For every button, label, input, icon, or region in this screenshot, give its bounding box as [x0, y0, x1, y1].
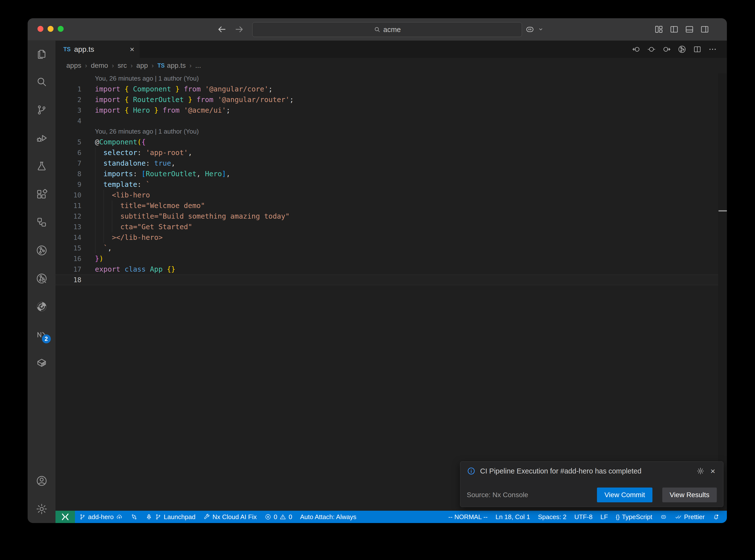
breadcrumb-item-app[interactable]: app: [136, 62, 148, 69]
line-number: 4: [56, 116, 81, 126]
copilot-icon: [660, 514, 667, 520]
cursor-position-item[interactable]: Ln 18, Col 1: [492, 511, 534, 523]
layout-panel-icon[interactable]: [684, 24, 694, 34]
title-bar: acme: [27, 18, 727, 41]
git-blame-annotation: You, 26 minutes ago | 1 author (You): [81, 73, 199, 84]
gitlens-inspect-icon[interactable]: [36, 272, 48, 285]
remote-icon: [56, 511, 75, 523]
scrollbar[interactable]: [718, 73, 727, 511]
vim-mode-item[interactable]: -- NORMAL --: [444, 511, 492, 523]
gitlens-icon[interactable]: [36, 244, 48, 257]
status-bar: add-heroLaunchpadNx Cloud AI Fix00Auto A…: [56, 511, 727, 523]
line-number: [56, 126, 81, 137]
graph-circle-icon[interactable]: [678, 45, 687, 54]
code-row: 18: [56, 275, 718, 285]
history-back-button[interactable]: [217, 24, 227, 35]
git-branch-icon: [79, 514, 86, 520]
indentation-item[interactable]: Spaces: 2: [534, 511, 571, 523]
circle-forward-icon[interactable]: [662, 45, 671, 54]
code-line: @Component({: [81, 137, 146, 147]
breadcrumb-separator: ›: [131, 62, 133, 69]
breadcrumb-item-appts[interactable]: TSapp.ts: [158, 62, 186, 69]
workbench-main: 2 TS app.ts × apps›demo›src›app›TSapp.ts…: [27, 41, 727, 523]
line-number: 12: [56, 211, 81, 222]
explorer-icon[interactable]: [36, 47, 48, 60]
code-row: 1import { Component } from '@angular/cor…: [56, 84, 718, 94]
view-commit-button[interactable]: View Commit: [597, 487, 652, 502]
type-hierarchy-icon[interactable]: [36, 216, 48, 228]
close-icon[interactable]: ×: [709, 467, 717, 475]
status-label: LF: [600, 513, 608, 521]
ellipsis-icon[interactable]: [708, 45, 717, 54]
warning-icon: [279, 514, 286, 520]
command-center-search[interactable]: acme: [252, 22, 522, 37]
line-number: 16: [56, 253, 81, 264]
source-control-icon[interactable]: [36, 104, 48, 116]
breadcrumb: apps›demo›src›app›TSapp.ts›...: [56, 58, 727, 73]
auto-attach-item[interactable]: Auto Attach: Always: [296, 511, 360, 523]
encoding-item[interactable]: UTF-8: [570, 511, 596, 523]
nx-console-icon[interactable]: 2: [36, 328, 48, 341]
circle-dash-icon[interactable]: [647, 45, 656, 54]
close-window-button[interactable]: [38, 26, 43, 32]
chevron-down-icon[interactable]: [537, 26, 544, 33]
code-editor[interactable]: You, 26 minutes ago | 1 author (You)1imp…: [56, 73, 727, 511]
search-icon: [374, 26, 381, 33]
vscode-window: acme 2 TS app.ts × apps›demo›src›app›TSa…: [27, 18, 727, 523]
launchpad-item[interactable]: Launchpad: [141, 511, 199, 523]
layout-sidebar-left-icon[interactable]: [669, 24, 679, 34]
line-number: 18: [56, 275, 81, 285]
view-results-button[interactable]: View Results: [662, 487, 717, 502]
container-icon[interactable]: [36, 357, 48, 369]
language-item[interactable]: {}TypeScript: [612, 511, 656, 523]
line-number: 8: [56, 168, 81, 179]
git-branch-item[interactable]: add-hero: [75, 511, 127, 523]
code-line: [81, 116, 95, 126]
editor-group: TS app.ts × apps›demo›src›app›TSapp.ts›.…: [56, 41, 727, 523]
code-line: subtitle="Build something amazing today": [81, 211, 290, 222]
history-forward-button[interactable]: [234, 24, 244, 35]
wrench-icon: [203, 514, 210, 520]
account-icon[interactable]: [36, 475, 48, 487]
minimize-window-button[interactable]: [47, 26, 54, 32]
status-label: 0: [289, 513, 292, 521]
nx-cloud-ai-fix-item[interactable]: Nx Cloud AI Fix: [199, 511, 261, 523]
swirl-icon[interactable]: [36, 300, 48, 313]
code-row: 2import { RouterOutlet } from '@angular/…: [56, 94, 718, 105]
layout-sidebar-right-icon[interactable]: [700, 24, 710, 34]
extensions-icon[interactable]: [36, 188, 48, 200]
gear-icon[interactable]: [697, 467, 704, 475]
line-number: [56, 73, 81, 84]
status-label: Spaces: 2: [538, 513, 567, 521]
code-line: `,: [81, 243, 112, 253]
breadcrumb-item-[interactable]: ...: [195, 62, 201, 69]
copilot-item[interactable]: [656, 511, 671, 523]
settings-icon[interactable]: [36, 503, 48, 515]
prettier-item[interactable]: Prettier: [671, 511, 709, 523]
run-debug-icon[interactable]: [36, 132, 48, 144]
code-line: export class App {}: [81, 264, 175, 275]
tab-app-ts[interactable]: TS app.ts ×: [56, 41, 140, 58]
remote-indicator[interactable]: [56, 511, 75, 523]
back-circle-icon[interactable]: [632, 45, 641, 54]
notifications-bell-item[interactable]: [709, 511, 723, 523]
breadcrumb-item-src[interactable]: src: [118, 62, 127, 69]
status-label: Launchpad: [164, 513, 196, 521]
copilot-icon[interactable]: [525, 24, 535, 35]
problems-item[interactable]: 00: [261, 511, 296, 523]
zoom-window-button[interactable]: [58, 26, 64, 32]
code-line: cta="Get Started": [81, 222, 192, 232]
tab-label: app.ts: [74, 45, 94, 54]
braces-icon: {}: [616, 514, 620, 520]
tab-close-icon[interactable]: ×: [130, 45, 134, 53]
line-number: 11: [56, 200, 81, 211]
compare-item[interactable]: [127, 511, 141, 523]
tab-bar: TS app.ts ×: [56, 41, 727, 58]
layout-customize-icon[interactable]: [654, 24, 664, 34]
testing-icon[interactable]: [36, 160, 48, 172]
search-icon[interactable]: [36, 76, 48, 88]
split-editor-icon[interactable]: [693, 45, 702, 54]
breadcrumb-item-apps[interactable]: apps: [66, 62, 81, 69]
breadcrumb-item-demo[interactable]: demo: [91, 62, 108, 69]
eol-item[interactable]: LF: [596, 511, 612, 523]
